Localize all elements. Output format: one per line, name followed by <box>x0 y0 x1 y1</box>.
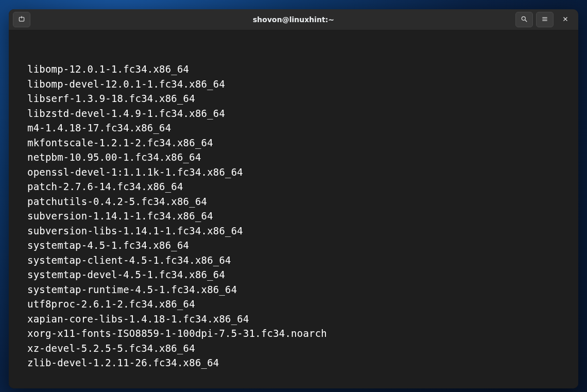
package-line: libomp-12.0.1-1.fc34.x86_64 <box>12 62 575 77</box>
svg-line-4 <box>525 20 527 22</box>
terminal-output[interactable]: libomp-12.0.1-1.fc34.x86_64libomp-devel-… <box>9 30 578 388</box>
package-line: systemtap-client-4.5-1.fc34.x86_64 <box>12 253 575 268</box>
package-line: m4-1.4.18-17.fc34.x86_64 <box>12 121 575 135</box>
search-icon <box>521 15 528 24</box>
package-line: xz-devel-5.2.5-5.fc34.x86_64 <box>12 341 575 356</box>
package-line: systemtap-runtime-4.5-1.fc34.x86_64 <box>12 282 575 297</box>
package-line: systemtap-4.5-1.fc34.x86_64 <box>12 238 575 253</box>
package-line: utf8proc-2.6.1-2.fc34.x86_64 <box>12 297 575 312</box>
svg-point-3 <box>522 16 525 20</box>
package-line: subversion-libs-1.14.1-1.fc34.x86_64 <box>12 224 575 238</box>
package-line: netpbm-10.95.00-1.fc34.x86_64 <box>12 150 575 165</box>
new-tab-button[interactable] <box>13 12 30 27</box>
package-line: patch-2.7.6-14.fc34.x86_64 <box>12 179 575 194</box>
window-title: shovon@linuxhint:~ <box>9 15 578 24</box>
package-line: xapian-core-libs-1.4.18-1.fc34.x86_64 <box>12 312 575 327</box>
package-line: libomp-devel-12.0.1-1.fc34.x86_64 <box>12 77 575 92</box>
new-tab-icon <box>18 15 25 24</box>
package-line: zlib-devel-1.2.11-26.fc34.x86_64 <box>12 355 575 370</box>
package-line: mkfontscale-1.2.1-2.fc34.x86_64 <box>12 135 575 150</box>
close-icon <box>562 15 569 24</box>
terminal-window: shovon@linuxhint:~ <box>9 9 578 388</box>
window-titlebar[interactable]: shovon@linuxhint:~ <box>9 9 578 30</box>
package-line: patchutils-0.4.2-5.fc34.x86_64 <box>12 194 575 209</box>
close-button[interactable] <box>557 12 574 27</box>
package-line: libzstd-devel-1.4.9-1.fc34.x86_64 <box>12 106 575 121</box>
hamburger-icon <box>541 15 548 24</box>
search-button[interactable] <box>515 12 533 27</box>
package-line: libserf-1.3.9-18.fc34.x86_64 <box>12 91 575 106</box>
package-line: openssl-devel-1:1.1.1k-1.fc34.x86_64 <box>12 165 575 180</box>
desktop-background: shovon@linuxhint:~ <box>0 0 587 392</box>
package-line: xorg-x11-fonts-ISO8859-1-100dpi-7.5-31.f… <box>12 326 575 341</box>
package-line: subversion-1.14.1-1.fc34.x86_64 <box>12 209 575 224</box>
package-line: systemtap-devel-4.5-1.fc34.x86_64 <box>12 267 575 282</box>
menu-button[interactable] <box>536 12 554 27</box>
